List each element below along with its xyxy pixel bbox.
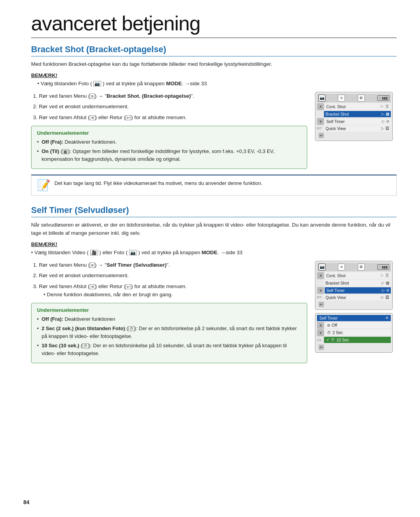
selftimer-sub-title: Undermenuelementer [37, 307, 301, 313]
selftimer-cam-page-num: 0/7 [317, 295, 324, 299]
bracket-cam-page-num: 0/7 [317, 127, 324, 130]
selftimer-steps-container: Rør ved fanen Menu (≡) → "Self Timer (Se… [31, 261, 397, 363]
bracket-sub-list: Off (Fra): Deaktiverer funktionen. On (T… [37, 138, 301, 163]
bracket-steps-left: Rør ved fanen Menu (≡) → "Bracket Shot. … [31, 92, 307, 169]
selftimer-cam-cont-shot-label: Cont. Shot [326, 273, 379, 278]
selftimer-step-2: Rør ved et ønsket undermenuelement. [39, 271, 307, 280]
selftimer-sub-back-btn: ↩ [318, 345, 324, 350]
selftimer-cam-bracket-label: Bracket Shot [326, 281, 380, 285]
selftimer-sub-item-1: Off (Fra): Deaktiverer funktionen [37, 315, 301, 323]
selftimer-cam-st-row-container: ∨ Self Timer ▷ ⊘ [317, 287, 391, 294]
bracket-step-1: Rør ved fanen Menu (≡) → "Bracket Shot. … [39, 92, 307, 100]
selftimer-sub-2sec-row: ⏱ 2 Sec [325, 329, 391, 336]
selftimer-cam-cont-shot-row: Cont. Shot ▷ 㕚 [325, 272, 391, 279]
selftimer-cam-topbar: 📷 ≡ ⚙ □ ▮▮▮ [317, 263, 391, 271]
bracket-desc: Med funktionen Bracket-optagelse kan du … [31, 60, 397, 69]
bracket-cam-up-arrow: ∧ [317, 103, 324, 110]
page-number: 84 [23, 499, 30, 505]
selftimer-sub-10sec-label: 10 Sec [336, 338, 388, 342]
selftimer-steps-left: Rør ved fanen Menu (≡) → "Self Timer (Se… [31, 261, 307, 363]
bracket-note-icon: 📝 [37, 179, 51, 192]
bracket-cam-settings-icon: ⚙ [358, 95, 365, 102]
bracket-cam-down-arrow: ∨ [317, 118, 324, 125]
selftimer-sub-off-row: ⊘ Off [325, 322, 391, 328]
bracket-note-box: 📝 Det kan tage lang tid. Flyt ikke video… [31, 174, 397, 196]
selftimer-cam-cont-shot-icon: ▷ 㕚 [380, 273, 389, 278]
selftimer-sub-10sec-timer-icon: ⏱ [331, 338, 335, 342]
selftimer-sub-item-3: 10 Sec (10 sek.) (⏱): Der er en tidsfors… [37, 342, 301, 357]
selftimer-section: Self Timer (Selvudløser) Når selvudløser… [31, 205, 397, 363]
selftimer-sub-list: Off (Fra): Deaktiverer funktionen 2 Sec … [37, 315, 301, 358]
bracket-cam-selftimer-label: Self Timer [326, 119, 380, 124]
selftimer-step-3: Rør ved fanen Afslut (✕) eller Retur (↩)… [39, 282, 307, 299]
bracket-cam-quickview-label: Quick View [326, 126, 380, 131]
selftimer-cam-qv-container: 0/7 Quick View ▷ 🖼 [317, 294, 391, 301]
bracket-cam-selftimer-row: Self Timer ▷ ⊘ [325, 118, 391, 125]
bracket-section: Bracket Shot (Bracket-optagelse) Med fun… [31, 44, 397, 196]
bracket-cam-selftimer-icon: ▷ ⊘ [382, 119, 389, 123]
bracket-cam-cont-shot-icon: ▷ 㕚 [380, 104, 389, 109]
selftimer-cam-panels: 📷 ≡ ⚙ □ ▮▮▮ ∧ Cont. Shot ▷ 㕚 Bracket Sho… [315, 261, 397, 353]
bracket-cam-nav-down: ∨ Self Timer ▷ ⊘ [317, 118, 391, 125]
selftimer-sub-back-row: ↩ [317, 344, 391, 351]
bracket-sub-item-2: On (Til) (▩): Optager fem billeder med f… [37, 148, 301, 163]
bracket-cam-bracket-icon: ▷ ▩ [382, 112, 389, 116]
bracket-cam-cont-shot-label: Cont. Shot [326, 104, 379, 109]
bracket-cam-panel: 📷 ≡ ⚙ □ ▮▮▮ ∧ Cont. Shot ▷ 㕚 Bracket Sho… [315, 92, 393, 141]
bracket-cam-menu-icon: ≡ [338, 95, 345, 102]
selftimer-sub-down-arrow: ∨ [317, 329, 324, 336]
selftimer-sub-item-2: 2 Sec (2 sek.) (kun tilstanden Foto) (⏱)… [37, 325, 301, 340]
selftimer-cam-back-row: ↩ [317, 301, 391, 308]
selftimer-cam-st-row: Self Timer ▷ ⊘ [325, 287, 391, 294]
bracket-bemærk-label: BEMÆRK! [31, 72, 397, 78]
bracket-cam-bracket-label: Bracket Shot [326, 112, 380, 116]
selftimer-steps-list: Rør ved fanen Menu (≡) → "Self Timer (Se… [31, 261, 307, 299]
selftimer-cam-panel: 📷 ≡ ⚙ □ ▮▮▮ ∧ Cont. Shot ▷ 㕚 Bracket Sho… [315, 261, 393, 310]
selftimer-cam-qv-label: Quick View [326, 295, 380, 300]
selftimer-step3-sub: Denne funktion deaktiveres, når den er b… [39, 291, 307, 299]
selftimer-bemærk-item: Vælg tilstanden Video ( 🎥 ) eller Foto (… [31, 249, 397, 257]
bracket-step-2: Rør ved et ønsket undermenuelement. [39, 102, 307, 111]
bracket-note-text: Det kan tage lang tid. Flyt ikke videoka… [54, 179, 262, 187]
bracket-cam-nav-up: ∧ Cont. Shot ▷ 㕚 [317, 103, 391, 110]
bracket-bemærk-item: Vælg tilstanden Foto ( 📷 ) ved at trykke… [37, 80, 397, 88]
bracket-cam-spacer [317, 111, 324, 118]
selftimer-sub-cam-close-icon: ✕ [385, 316, 388, 320]
bracket-step-3: Rør ved fanen Afslut (✕) eller Retur (↩)… [39, 113, 307, 122]
bracket-cam-battery: □ ▮▮▮ [377, 95, 389, 101]
selftimer-cam-qv-icon: ▷ 🖼 [381, 295, 389, 299]
selftimer-sub-2sec-label: 2 Sec [332, 330, 388, 335]
selftimer-cam-up-arrow: ∧ [317, 272, 324, 279]
bracket-cam-bracket-row-container: Bracket Shot ▷ ▩ [317, 111, 391, 118]
bracket-cam-quickview-row: Quick View ▷ 🖼 [324, 125, 391, 132]
selftimer-sub-cam-header-label: Self Timer [319, 316, 338, 320]
selftimer-cam-spacer1 [317, 280, 324, 287]
selftimer-sub-2sec-container: ∨ ⏱ 2 Sec [317, 329, 391, 336]
selftimer-sub-cam-header: Self Timer ✕ [317, 315, 391, 321]
bracket-steps-list: Rør ved fanen Menu (≡) → "Bracket Shot. … [31, 92, 307, 122]
selftimer-sub-2sec-icon: ⏱ [327, 331, 331, 335]
selftimer-sub-10sec-container: 1/1 ✓ ⏱ 10 Sec [317, 337, 391, 343]
selftimer-cam-bracket-row-container: Bracket Shot ▷ ▩ [317, 280, 391, 287]
selftimer-sub-box: Undermenuelementer Off (Fra): Deaktivere… [31, 303, 307, 364]
selftimer-cam-bracket-row: Bracket Shot ▷ ▩ [324, 280, 391, 286]
selftimer-cam-bracket-icon: ▷ ▩ [382, 281, 389, 285]
selftimer-sub-10sec-row: ✓ ⏱ 10 Sec [324, 337, 391, 343]
selftimer-sub-page: 1/1 [317, 338, 324, 342]
bracket-cam-bracket-row: Bracket Shot ▷ ▩ [324, 111, 391, 117]
selftimer-sub-off-icon: ⊘ [327, 323, 330, 327]
selftimer-cam-st-label: Self Timer [326, 288, 380, 293]
selftimer-sub-up-arrow: ∧ [317, 322, 324, 329]
bracket-cam-photo-icon: 📷 [318, 95, 326, 102]
bracket-sub-title: Undermenuelementer [37, 130, 301, 136]
bracket-cam-quickview-container: 0/7 Quick View ▷ 🖼 [317, 125, 391, 132]
bracket-cam-back-btn: ↩ [318, 133, 324, 138]
selftimer-desc: Når selvudløseren er aktiveret, er der e… [31, 221, 397, 237]
selftimer-sub-off-label: Off [332, 323, 388, 327]
selftimer-cam-settings-icon: ⚙ [358, 264, 365, 271]
selftimer-bemærk-label: BEMÆRK! [31, 241, 397, 247]
selftimer-cam-menu-icon: ≡ [338, 264, 345, 271]
selftimer-cam-nav-up: ∧ Cont. Shot ▷ 㕚 [317, 272, 391, 279]
main-title: avanceret betjening [31, 12, 397, 38]
selftimer-step-1: Rør ved fanen Menu (≡) → "Self Timer (Se… [39, 261, 307, 269]
